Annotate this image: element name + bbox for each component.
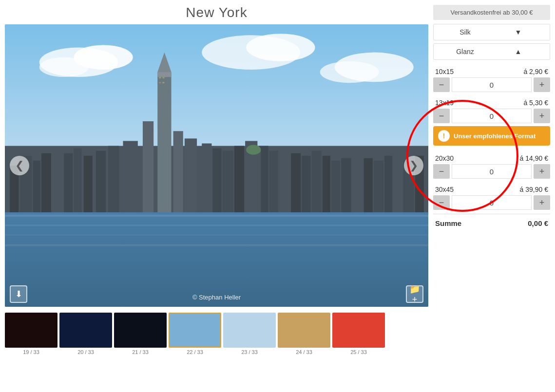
thumbnail-item[interactable]: 20 / 33 [59, 313, 112, 355]
format-row-10x15: 10x15 á 2,90 € [433, 65, 550, 77]
image-copyright: © Stephan Heller [192, 294, 241, 301]
photo-title: New York [5, 5, 428, 20]
svg-rect-63 [279, 313, 329, 347]
image-toolbar-right: 📁+ [406, 285, 423, 303]
svg-rect-10 [5, 224, 428, 226]
svg-rect-52 [246, 151, 261, 212]
thumbnail-item[interactable]: 24 / 33 [278, 313, 330, 355]
material-label: Silk [439, 28, 492, 36]
thumbnail-label: 19 / 33 [23, 349, 39, 355]
image-section: New York [5, 5, 428, 307]
svg-rect-29 [74, 149, 81, 212]
format-price-10x15: á 2,90 € [523, 68, 548, 75]
svg-rect-27 [96, 151, 106, 212]
svg-rect-56 [159, 82, 161, 83]
minus-button-30x45[interactable]: − [433, 195, 450, 210]
download-icon: ⬇ [15, 289, 22, 299]
folder-plus-icon: 📁+ [407, 284, 422, 305]
svg-rect-59 [60, 313, 111, 347]
svg-rect-58 [6, 313, 57, 347]
svg-rect-60 [115, 313, 166, 347]
svg-rect-37 [269, 151, 278, 212]
summe-label: Summe [435, 219, 461, 227]
image-container: ❮ ❯ © Stephan Heller ⬇ 📁+ [5, 24, 428, 307]
svg-rect-9 [5, 215, 428, 217]
thumbnail-item[interactable]: 21 / 33 [114, 313, 167, 355]
svg-rect-49 [393, 158, 402, 212]
svg-rect-26 [108, 146, 119, 212]
format-row-20x30: 20x30 á 14,90 € [433, 151, 550, 164]
svg-point-53 [246, 145, 261, 155]
svg-rect-55 [162, 77, 164, 78]
next-arrow-button[interactable]: ❯ [404, 156, 423, 175]
quantity-row-10x15: − 0 + [433, 77, 550, 92]
finish-dropdown[interactable]: Glanz ▲ [433, 43, 550, 60]
thumbnail-item[interactable]: 25 / 33 [332, 313, 385, 355]
thumbnail-label: 24 / 33 [296, 349, 312, 355]
thumbnail-item[interactable]: 19 / 33 [5, 313, 57, 355]
quantity-row-13x19: − 0 + [433, 109, 550, 123]
download-button[interactable]: ⬇ [10, 285, 27, 303]
main-area: New York [0, 0, 555, 307]
svg-rect-62 [224, 313, 275, 347]
page-wrapper: New York [0, 0, 555, 392]
svg-rect-8 [5, 210, 428, 307]
chevron-right-icon: ❯ [409, 159, 418, 172]
minus-button-20x30[interactable]: − [433, 164, 450, 179]
svg-rect-38 [279, 149, 290, 212]
prev-arrow-button[interactable]: ❮ [10, 156, 29, 175]
add-to-folder-button[interactable]: 📁+ [406, 285, 423, 303]
minus-button-13x19[interactable]: − [433, 109, 450, 123]
svg-rect-45 [352, 153, 363, 212]
svg-rect-33 [223, 151, 233, 212]
format-name-10x15: 10x15 [435, 68, 454, 75]
svg-rect-22 [143, 121, 153, 212]
chevron-left-icon: ❮ [15, 159, 24, 172]
dropdown-up-icon: ▲ [492, 48, 545, 56]
qty-value-10x15: 0 [452, 77, 532, 92]
image-toolbar-left: ⬇ [10, 285, 27, 303]
svg-rect-31 [202, 144, 211, 212]
svg-point-7 [335, 53, 414, 82]
svg-rect-19 [157, 72, 171, 212]
format-name-13x19: 13x19 [435, 99, 454, 107]
svg-rect-21 [157, 72, 171, 77]
thumbnail-item[interactable]: 23 / 33 [223, 313, 276, 355]
svg-rect-44 [341, 158, 351, 212]
plus-button-10x15[interactable]: + [534, 77, 550, 92]
svg-rect-47 [374, 161, 383, 212]
thumbnail-label: 21 / 33 [132, 349, 149, 355]
plus-button-30x45[interactable]: + [534, 195, 550, 210]
svg-rect-41 [312, 151, 322, 212]
svg-rect-12 [5, 244, 428, 246]
svg-rect-40 [302, 156, 310, 212]
material-dropdown[interactable]: Silk ▼ [433, 24, 550, 40]
svg-rect-30 [64, 153, 73, 212]
format-name-30x45: 30x45 [435, 186, 454, 193]
svg-rect-42 [323, 156, 330, 212]
svg-rect-28 [84, 156, 93, 212]
plus-button-13x19[interactable]: + [534, 109, 550, 123]
finish-label: Glanz [439, 48, 492, 56]
plus-button-20x30[interactable]: + [534, 164, 550, 179]
thumbnail-label: 25 / 33 [350, 349, 367, 355]
minus-button-10x15[interactable]: − [433, 77, 450, 92]
right-panel: Versandkostenfrei ab 30,00 € Silk ▼ Glan… [433, 5, 550, 232]
svg-rect-23 [173, 131, 183, 212]
summe-value: 0,00 € [528, 219, 548, 227]
thumbnail-label: 23 / 33 [241, 349, 258, 355]
svg-rect-39 [291, 153, 301, 212]
qty-value-20x30: 0 [452, 164, 532, 179]
thumbnail-item[interactable]: 22 / 33 [169, 313, 221, 355]
shipping-notice: Versandkostenfrei ab 30,00 € [433, 5, 550, 20]
info-icon: ! [438, 130, 450, 142]
svg-rect-16 [33, 161, 40, 212]
svg-rect-25 [123, 141, 138, 212]
format-row-13x19: 13x19 á 5,30 € [433, 96, 550, 109]
qty-value-30x45: 0 [452, 195, 532, 210]
format-price-30x45: á 39,90 € [520, 186, 548, 193]
format-price-13x19: á 5,30 € [523, 99, 548, 107]
svg-point-3 [39, 57, 89, 77]
summe-row: Summe 0,00 € [433, 214, 550, 232]
format-name-20x30: 20x30 [435, 154, 454, 162]
